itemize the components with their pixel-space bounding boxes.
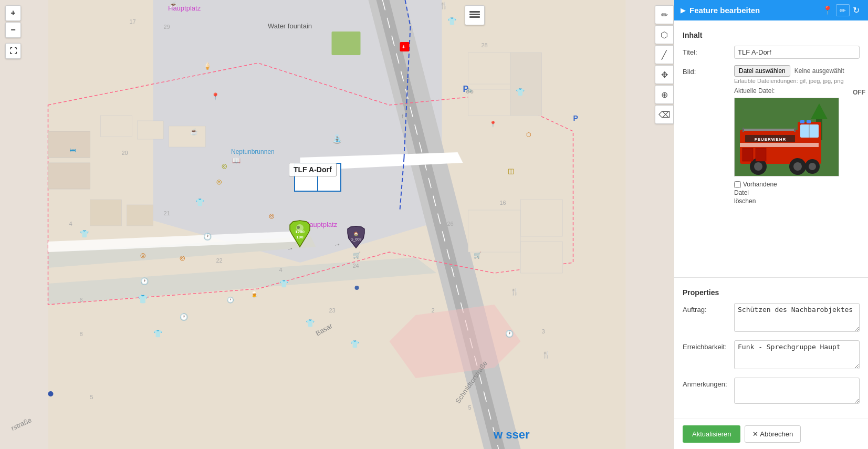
svg-text:☕: ☕	[190, 128, 198, 135]
svg-text:26: 26	[447, 221, 454, 227]
svg-text:👕: 👕	[195, 198, 205, 207]
svg-text:👕: 👕	[279, 279, 289, 288]
svg-text:👕: 👕	[80, 229, 89, 238]
svg-text:20: 20	[122, 150, 128, 156]
svg-rect-23	[521, 242, 563, 273]
move-tool-button[interactable]: ✥	[655, 65, 674, 84]
line-tool-button[interactable]: ╱	[655, 45, 674, 64]
svg-text:6: 6	[80, 297, 83, 303]
svg-text:🕐: 🕐	[140, 277, 149, 286]
svg-text:28: 28	[482, 42, 488, 48]
svg-rect-14	[138, 121, 164, 139]
auftrag-textarea[interactable]: Schützen des Nachbarobjektes	[734, 303, 860, 332]
svg-point-94	[297, 226, 300, 229]
file-chooser-button[interactable]: Datei auswählen	[734, 65, 790, 77]
loschen-label: löschen	[734, 197, 860, 205]
erreichbarkeit-field: Funk - Sprechgruppe Haupt	[734, 340, 860, 371]
titel-input[interactable]	[734, 46, 860, 59]
panel-buttons: Aktualisieren ✕ Abbrechen	[674, 419, 868, 449]
g003-marker[interactable]: 🏠 G_003	[347, 226, 365, 252]
zoom-out-button[interactable]: −	[5, 22, 21, 38]
properties-section: Properties Auftrag: Schützen des Nachbar…	[674, 284, 868, 419]
polygon-tool-button[interactable]: ⬡	[655, 25, 674, 44]
svg-rect-20	[510, 53, 542, 116]
auftrag-row: Auftrag: Schützen des Nachbarobjektes	[683, 303, 860, 334]
svg-text:100: 100	[296, 235, 304, 239]
svg-text:👕: 👕	[138, 294, 148, 304]
svg-text:📍: 📍	[211, 92, 220, 101]
svg-text:22: 22	[216, 257, 223, 264]
svg-rect-113	[800, 120, 804, 123]
svg-text:23: 23	[329, 307, 336, 314]
svg-point-116	[754, 162, 762, 171]
svg-rect-125	[756, 148, 766, 161]
svg-text:P: P	[573, 114, 578, 122]
svg-text:🕐: 🕐	[505, 329, 514, 338]
panel-title: Feature bearbeiten	[689, 6, 760, 15]
map-area[interactable]: → → ↑ + P P 17 29 20 21 22 4 24 26 16 28…	[0, 0, 674, 449]
svg-text:2: 2	[432, 307, 435, 314]
anmerkungen-textarea[interactable]	[734, 378, 860, 404]
svg-rect-122	[742, 128, 744, 132]
svg-text:FEUERWEHR: FEUERWEHR	[755, 137, 786, 142]
map-controls: + − ⛶	[5, 5, 21, 59]
svg-text:👕: 👕	[447, 17, 457, 26]
draw-tool-button[interactable]: ✏	[655, 5, 674, 24]
erreichbarkeit-textarea[interactable]: Funk - Sprechgruppe Haupt	[734, 340, 860, 369]
vorhandene-checkbox[interactable]	[734, 181, 741, 188]
svg-rect-13	[101, 116, 132, 137]
svg-text:+: +	[402, 44, 405, 50]
aktualisieren-button[interactable]: Aktualisieren	[683, 425, 740, 443]
svg-text:🛒: 🛒	[353, 251, 361, 259]
svg-rect-17	[127, 205, 153, 226]
svg-text:📖: 📖	[232, 156, 241, 165]
green-marker[interactable]: 1200 100	[289, 220, 311, 251]
anmerkungen-field	[734, 378, 860, 406]
crosshair-tool-button[interactable]: ⊕	[655, 85, 674, 104]
svg-rect-15	[169, 126, 206, 147]
zoom-in-button[interactable]: +	[5, 5, 21, 21]
svg-text:↑: ↑	[401, 112, 404, 120]
svg-text:⬡: ⬡	[526, 131, 531, 138]
svg-text:🍴: 🍴	[542, 350, 551, 359]
svg-text:🍺: 🍺	[250, 290, 258, 298]
abbrechen-button[interactable]: ✕ Abbrechen	[745, 425, 801, 443]
layers-button[interactable]	[465, 5, 485, 25]
titel-field	[734, 46, 860, 59]
panel-collapse-icon[interactable]: ▶	[681, 7, 685, 14]
erreichbarkeit-row: Erreichbarkeit: Funk - Sprechgruppe Haup…	[683, 340, 860, 371]
svg-text:🍴: 🍴	[440, 1, 448, 10]
svg-point-120	[809, 163, 816, 170]
svg-rect-100	[469, 11, 480, 13]
svg-text:🕐: 🕐	[227, 296, 234, 304]
right-panel: ▶ Feature bearbeiten 📍 ✏ ↻ OFF Inhalt Ti…	[674, 0, 868, 449]
svg-point-32	[355, 286, 359, 290]
inhalt-section-title: Inhalt	[683, 31, 860, 39]
properties-section-title: Properties	[683, 288, 860, 297]
eraser-tool-button[interactable]: ⌫	[655, 105, 674, 124]
svg-text:🏠: 🏠	[353, 231, 359, 236]
fullscreen-button[interactable]: ⛶	[5, 43, 21, 59]
svg-point-118	[793, 162, 802, 171]
svg-point-33	[48, 391, 54, 396]
svg-text:👕: 👕	[153, 329, 163, 338]
svg-text:◎: ◎	[140, 252, 145, 259]
svg-rect-22	[521, 200, 563, 236]
current-file-label: Aktuelle Datei:	[734, 87, 860, 95]
pin-icon-button[interactable]: 📍	[820, 4, 835, 16]
svg-rect-110	[740, 143, 819, 147]
layers-button-container	[465, 5, 485, 25]
svg-text:5: 5	[90, 394, 93, 400]
edit-icon-button[interactable]: ✏	[836, 4, 850, 16]
tlf-tooltip: TLF A-Dorf	[289, 163, 337, 176]
map-svg: → → ↑ + P P 17 29 20 21 22 4 24 26 16 28…	[0, 0, 674, 449]
file-no-selected-label: Keine ausgewählt	[794, 67, 844, 75]
refresh-icon-button[interactable]: ↻	[851, 4, 862, 16]
file-chooser-row: Datei auswählen Keine ausgewählt	[734, 65, 860, 77]
svg-text:21: 21	[164, 210, 170, 216]
svg-text:5: 5	[468, 404, 472, 411]
off-label: OFF	[853, 89, 865, 96]
anmerkungen-row: Anmerkungen:	[683, 378, 860, 406]
svg-text:◎: ◎	[222, 162, 227, 170]
svg-text:🍴: 🍴	[510, 287, 519, 296]
